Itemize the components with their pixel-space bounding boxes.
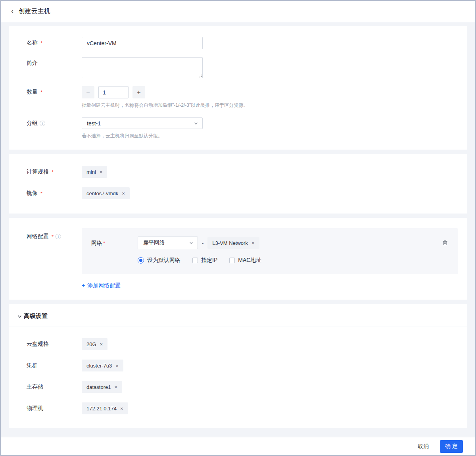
network-label: 网络* [91, 239, 138, 247]
network-entry-card: 网络* 扁平网络 - L3-VM Network × [82, 228, 458, 274]
increment-button[interactable]: + [132, 86, 145, 98]
spec-panel: 计算规格* mini × 镜像* centos7.vmdk × [9, 154, 467, 214]
name-label: 名称* [18, 37, 82, 46]
physical-host-row: 物理机 172.21.0.174 × [18, 402, 458, 414]
network-config-label: 网络配置* i [18, 231, 82, 240]
physical-host-label: 物理机 [18, 402, 82, 412]
default-network-radio[interactable]: 设为默认网络 [138, 257, 180, 264]
trash-icon [442, 240, 448, 246]
network-panel: 网络配置* i 网络* 扁平网络 - [9, 218, 467, 300]
network-options-line: 设为默认网络 指定IP MAC地址 [138, 257, 449, 264]
page-title: 创建云主机 [19, 7, 50, 15]
primary-storage-row: 主存储 datastore1 × [18, 381, 458, 393]
plus-icon: + [82, 282, 85, 289]
disk-spec-row: 云盘规格 20G × [18, 338, 458, 350]
advanced-settings-toggle[interactable]: 高级设置 [9, 304, 467, 327]
required-asterisk: * [103, 240, 105, 246]
back-icon[interactable]: ‹ [11, 7, 14, 15]
compute-spec-row: 计算规格* mini × [18, 166, 458, 178]
image-tag: centos7.vmdk × [82, 187, 130, 199]
cluster-label: 集群 [18, 360, 82, 369]
checkbox-unchecked-icon [229, 258, 235, 263]
info-icon: i [40, 121, 45, 126]
disk-spec-label: 云盘规格 [18, 338, 82, 348]
network-tag: L3-VM Network × [207, 237, 259, 249]
remove-tag-icon[interactable]: × [114, 385, 117, 390]
add-network-config-link[interactable]: + 添加网络配置 [82, 282, 121, 289]
action-footer: 取消 确 定 [1, 437, 475, 455]
create-vm-page: ‹ 创建云主机 名称* 简介 数量* [0, 0, 476, 456]
chevron-down-icon [17, 314, 22, 319]
remove-tag-icon[interactable]: × [115, 363, 119, 368]
checkbox-unchecked-icon [192, 258, 198, 263]
disk-spec-tag: 20G × [82, 338, 107, 350]
delete-network-button[interactable] [441, 239, 449, 247]
count-control: − + 批量创建云主机时，名称将会自动增加后缀"-1/-2/-3"以此类推，用于… [82, 86, 248, 109]
description-textarea[interactable] [82, 57, 203, 78]
name-input[interactable] [82, 37, 203, 49]
info-icon: i [56, 234, 61, 239]
network-type-select[interactable]: 扁平网络 [138, 237, 198, 249]
required-asterisk: * [40, 40, 42, 46]
cluster-tag: cluster-7u3 × [82, 360, 123, 371]
quantity-input[interactable] [98, 86, 129, 98]
remove-tag-icon[interactable]: × [122, 191, 125, 196]
required-asterisk: * [40, 89, 42, 95]
group-label: 分组 i [18, 117, 82, 127]
cluster-row: 集群 cluster-7u3 × [18, 360, 458, 371]
count-row: 数量* − + 批量创建云主机时，名称将会自动增加后缀"-1/-2/-3"以此类… [18, 86, 458, 109]
chevron-down-icon [189, 241, 194, 245]
network-select-line: 网络* 扁平网络 - L3-VM Network × [91, 237, 449, 249]
remove-tag-icon[interactable]: × [100, 169, 103, 175]
group-select[interactable]: test-1 [82, 117, 203, 129]
form-content: 名称* 简介 数量* − + [1, 22, 475, 437]
advanced-fields: 云盘规格 20G × 集群 cluster-7u3 × [9, 327, 467, 414]
name-row: 名称* [18, 37, 458, 49]
specify-ip-checkbox[interactable]: 指定IP [192, 257, 217, 264]
page-header: ‹ 创建云主机 [1, 1, 475, 22]
remove-tag-icon[interactable]: × [120, 406, 123, 411]
description-row: 简介 [18, 57, 458, 78]
compute-spec-tag: mini × [82, 166, 107, 178]
required-asterisk: * [40, 190, 42, 196]
group-control: test-1 若不选择，云主机将归属至默认分组。 [82, 117, 203, 139]
physical-host-tag: 172.21.0.174 × [82, 402, 128, 414]
group-row: 分组 i test-1 若不选择，云主机将归属至默认分组。 [18, 117, 458, 139]
description-label: 简介 [18, 57, 82, 67]
primary-storage-label: 主存储 [18, 381, 82, 391]
decrement-button[interactable]: − [82, 86, 94, 98]
count-label: 数量* [18, 86, 82, 96]
group-hint: 若不选择，云主机将归属至默认分组。 [82, 133, 203, 139]
count-hint: 批量创建云主机时，名称将会自动增加后缀"-1/-2/-3"以此类推，用于区分资源… [82, 102, 248, 109]
remove-tag-icon[interactable]: × [100, 342, 103, 347]
advanced-settings-title: 高级设置 [24, 312, 48, 320]
primary-storage-tag: datastore1 × [82, 381, 122, 393]
required-asterisk: * [52, 169, 54, 175]
mac-address-checkbox[interactable]: MAC地址 [229, 257, 261, 264]
confirm-button[interactable]: 确 定 [440, 440, 463, 453]
basic-info-panel: 名称* 简介 数量* − + [9, 26, 467, 150]
quantity-stepper: − + [82, 86, 248, 98]
image-row: 镜像* centos7.vmdk × [18, 187, 458, 199]
compute-spec-label: 计算规格* [18, 166, 82, 175]
network-config-row: 网络配置* i 网络* 扁平网络 - [18, 231, 458, 274]
cancel-button[interactable]: 取消 [416, 441, 430, 452]
remove-tag-icon[interactable]: × [251, 241, 255, 246]
image-label: 镜像* [18, 187, 82, 197]
required-asterisk: * [52, 234, 54, 240]
chevron-down-icon [194, 121, 198, 126]
advanced-panel: 高级设置 云盘规格 20G × 集群 cl [9, 304, 467, 428]
dash-separator: - [202, 240, 203, 246]
radio-selected-icon [138, 257, 144, 264]
